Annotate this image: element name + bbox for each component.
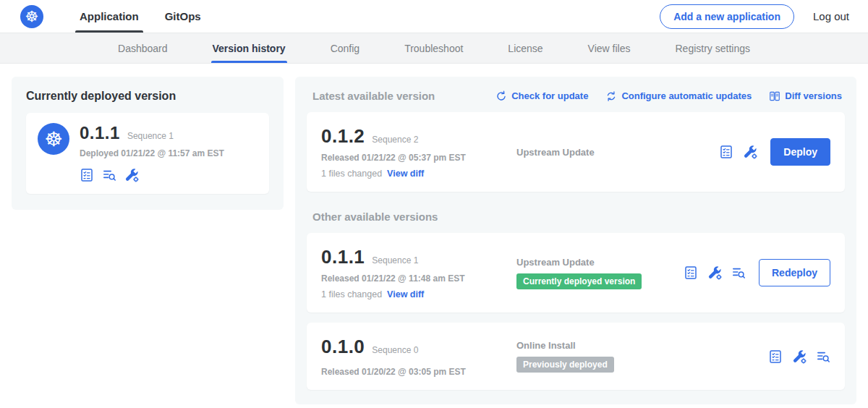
- kubernetes-logo-icon: ☸: [20, 5, 43, 28]
- version-sequence: Sequence 0: [372, 345, 418, 355]
- view-diff-link[interactable]: View diff: [387, 289, 424, 299]
- configure-auto-updates-label: Configure automatic updates: [621, 90, 752, 101]
- check-for-update-label: Check for update: [511, 90, 588, 101]
- check-for-update-link[interactable]: Check for update: [495, 90, 588, 102]
- subnav-item-registry-settings[interactable]: Registry settings: [674, 33, 752, 63]
- view-diff-link[interactable]: View diff: [387, 169, 424, 179]
- subnav-item-config[interactable]: Config: [329, 33, 361, 63]
- files-changed: 1 files changed: [321, 289, 382, 299]
- version-number: 0.1.2: [321, 125, 365, 148]
- subnav-item-version-history[interactable]: Version history: [211, 33, 287, 63]
- deploy-button[interactable]: Deploy: [770, 138, 830, 166]
- edit-config-icon[interactable]: [792, 349, 807, 364]
- previously-deployed-badge: Previously deployed: [516, 357, 614, 373]
- deployed-version-number: 0.1.1: [80, 123, 120, 143]
- subnav-item-view-files[interactable]: View files: [587, 33, 632, 63]
- diff-icon[interactable]: [816, 349, 830, 364]
- tab-gitops[interactable]: GitOps: [152, 0, 214, 33]
- diff-versions-label: Diff versions: [785, 90, 842, 101]
- version-source: Online Install: [516, 340, 768, 351]
- diff-icon[interactable]: [731, 265, 746, 280]
- secondary-nav: Dashboard Version history Config Trouble…: [0, 33, 868, 64]
- top-bar: ☸ Application GitOps Add a new applicati…: [0, 0, 868, 33]
- release-notes-icon[interactable]: [768, 349, 783, 364]
- edit-config-icon[interactable]: [743, 145, 757, 159]
- released-timestamp: Released 01/20/22 @ 03:05 pm EST: [321, 367, 508, 377]
- files-changed: 1 files changed: [321, 169, 382, 179]
- top-tabs: Application GitOps: [67, 0, 214, 33]
- version-number: 0.1.0: [321, 336, 365, 358]
- check-update-icon: [495, 90, 507, 102]
- logout-link[interactable]: Log out: [813, 10, 849, 22]
- release-notes-icon[interactable]: [684, 265, 698, 280]
- currently-deployed-badge: Currently deployed version: [516, 273, 642, 289]
- diff-versions-link[interactable]: Diff versions: [769, 90, 842, 102]
- version-sequence: Sequence 2: [372, 135, 418, 145]
- diff-icon[interactable]: [102, 168, 116, 182]
- released-timestamp: Released 01/21/22 @ 11:48 am EST: [321, 273, 508, 284]
- version-source: Upstream Update: [516, 147, 719, 158]
- other-versions-title: Other available versions: [312, 211, 842, 223]
- tab-application[interactable]: Application: [67, 0, 152, 33]
- deployed-timestamp: Deployed 01/21/22 @ 11:57 am EST: [80, 148, 224, 158]
- deployed-version-card: ☸ 0.1.1 Sequence 1 Deployed 01/21/22 @ 1…: [26, 113, 269, 194]
- configure-auto-updates-link[interactable]: Configure automatic updates: [605, 90, 752, 102]
- version-card-latest: 0.1.2 Sequence 2 Released 01/21/22 @ 05:…: [307, 112, 845, 192]
- release-notes-icon[interactable]: [80, 168, 94, 182]
- available-panel-title: Latest available version: [312, 90, 435, 102]
- deployed-panel-title: Currently deployed version: [26, 90, 269, 103]
- version-card: 0.1.0 Sequence 0 Released 01/20/22 @ 03:…: [307, 323, 845, 390]
- release-notes-icon[interactable]: [719, 145, 733, 159]
- edit-config-icon[interactable]: [707, 265, 722, 280]
- auto-updates-icon: [605, 90, 617, 102]
- version-source: Upstream Update: [516, 257, 684, 268]
- subnav-item-troubleshoot[interactable]: Troubleshoot: [403, 33, 464, 63]
- available-versions-panel: Latest available version Check for updat…: [295, 77, 856, 404]
- edit-config-icon[interactable]: [124, 168, 139, 182]
- version-card: 0.1.1 Sequence 1 Released 01/21/22 @ 11:…: [307, 233, 845, 313]
- main-content: Currently deployed version ☸ 0.1.1 Seque…: [0, 64, 868, 408]
- diff-versions-icon: [769, 90, 780, 102]
- subnav-item-license[interactable]: License: [506, 33, 544, 63]
- app-logo-icon: ☸: [38, 123, 69, 155]
- subnav-item-dashboard[interactable]: Dashboard: [116, 33, 169, 63]
- deployed-sequence: Sequence 1: [127, 131, 174, 141]
- add-application-button[interactable]: Add a new application: [660, 4, 794, 29]
- released-timestamp: Released 01/21/22 @ 05:37 pm EST: [321, 153, 508, 163]
- deployed-panel: Currently deployed version ☸ 0.1.1 Seque…: [12, 77, 284, 210]
- version-sequence: Sequence 1: [372, 255, 418, 265]
- redeploy-button[interactable]: Redeploy: [759, 259, 830, 286]
- version-number: 0.1.1: [321, 246, 365, 268]
